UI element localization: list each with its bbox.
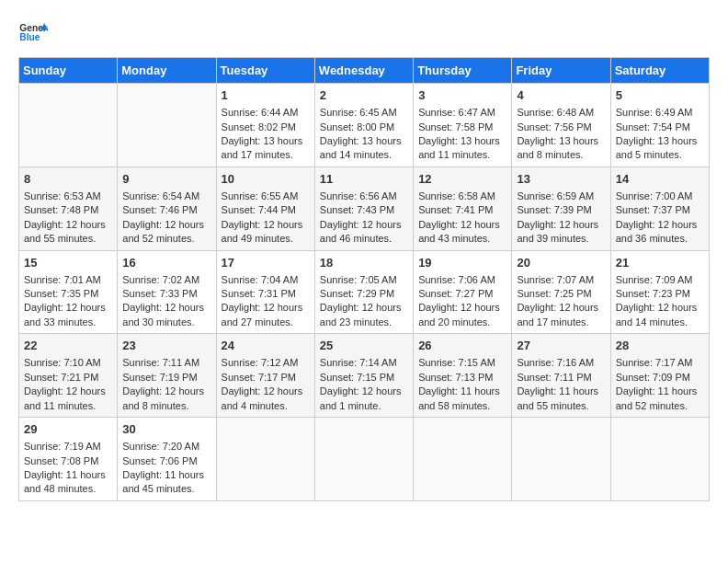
day-number: 23: [122, 338, 210, 354]
sunrise-text: Sunrise: 6:45 AM: [320, 107, 397, 118]
calendar-cell: 29Sunrise: 7:19 AMSunset: 7:08 PMDayligh…: [19, 418, 118, 501]
calendar-cell: 20Sunrise: 7:07 AMSunset: 7:25 PMDayligh…: [512, 250, 610, 334]
calendar-cell: 28Sunrise: 7:17 AMSunset: 7:09 PMDayligh…: [610, 334, 709, 418]
sunrise-text: Sunrise: 6:49 AM: [616, 107, 693, 118]
sunrise-text: Sunrise: 7:12 AM: [222, 357, 299, 368]
calendar-cell: 17Sunrise: 7:04 AMSunset: 7:31 PMDayligh…: [216, 250, 314, 334]
sunset-text: Sunset: 7:33 PM: [122, 288, 197, 299]
sunset-text: Sunset: 7:31 PM: [222, 288, 296, 299]
day-number: 18: [320, 255, 408, 271]
sunrise-text: Sunrise: 7:07 AM: [517, 274, 594, 285]
sunset-text: Sunset: 7:54 PM: [616, 121, 690, 132]
daylight-text: Daylight: 12 hours and 11 minutes.: [24, 385, 106, 410]
day-number: 1: [222, 87, 310, 104]
daylight-text: Daylight: 12 hours and 1 minute.: [320, 385, 402, 410]
daylight-text: Daylight: 12 hours and 46 minutes.: [320, 219, 402, 244]
weekday-header-thursday: Thursday: [414, 58, 512, 84]
day-number: 14: [616, 171, 704, 188]
sunrise-text: Sunrise: 7:19 AM: [24, 441, 101, 452]
day-number: 26: [418, 338, 506, 354]
calendar-cell: 1Sunrise: 6:44 AMSunset: 8:02 PMDaylight…: [216, 84, 314, 167]
daylight-text: Daylight: 12 hours and 30 minutes.: [122, 302, 204, 327]
calendar-cell: [414, 418, 512, 501]
page-header: General Blue: [18, 18, 710, 48]
daylight-text: Daylight: 12 hours and 55 minutes.: [24, 219, 106, 244]
calendar-cell: 11Sunrise: 6:56 AMSunset: 7:43 PMDayligh…: [314, 167, 413, 250]
day-number: 10: [222, 171, 310, 188]
sunset-text: Sunset: 7:23 PM: [616, 288, 690, 299]
sunset-text: Sunset: 7:17 PM: [222, 372, 296, 383]
sunset-text: Sunset: 7:21 PM: [24, 372, 98, 383]
daylight-text: Daylight: 12 hours and 49 minutes.: [222, 219, 303, 244]
day-number: 21: [616, 255, 704, 271]
daylight-text: Daylight: 11 hours and 45 minutes.: [122, 469, 204, 494]
calendar-cell: 25Sunrise: 7:14 AMSunset: 7:15 PMDayligh…: [314, 334, 413, 418]
daylight-text: Daylight: 12 hours and 27 minutes.: [222, 302, 303, 327]
sunrise-text: Sunrise: 7:09 AM: [616, 274, 693, 285]
sunrise-text: Sunrise: 6:44 AM: [222, 107, 299, 118]
logo: General Blue: [18, 18, 48, 48]
calendar-cell: [118, 84, 216, 167]
calendar-cell: 30Sunrise: 7:20 AMSunset: 7:06 PMDayligh…: [118, 418, 216, 501]
sunset-text: Sunset: 7:09 PM: [616, 372, 690, 383]
daylight-text: Daylight: 12 hours and 14 minutes.: [616, 302, 698, 327]
svg-text:Blue: Blue: [19, 32, 40, 42]
calendar-cell: 2Sunrise: 6:45 AMSunset: 8:00 PMDaylight…: [314, 84, 413, 167]
daylight-text: Daylight: 12 hours and 39 minutes.: [517, 219, 598, 244]
sunrise-text: Sunrise: 7:17 AM: [616, 357, 693, 368]
calendar-cell: [610, 418, 709, 501]
calendar-cell: 26Sunrise: 7:15 AMSunset: 7:13 PMDayligh…: [414, 334, 512, 418]
calendar-cell: 24Sunrise: 7:12 AMSunset: 7:17 PMDayligh…: [216, 334, 314, 418]
daylight-text: Daylight: 12 hours and 20 minutes.: [418, 302, 500, 327]
calendar-cell: [512, 418, 610, 501]
daylight-text: Daylight: 12 hours and 43 minutes.: [418, 219, 500, 244]
weekday-header-monday: Monday: [118, 58, 216, 84]
calendar-cell: 9Sunrise: 6:54 AMSunset: 7:46 PMDaylight…: [118, 167, 216, 250]
calendar-cell: 8Sunrise: 6:53 AMSunset: 7:48 PMDaylight…: [19, 167, 118, 250]
sunset-text: Sunset: 7:58 PM: [418, 121, 493, 132]
sunset-text: Sunset: 7:37 PM: [616, 204, 690, 215]
day-number: 16: [122, 255, 210, 271]
day-number: 8: [24, 171, 112, 188]
sunset-text: Sunset: 7:08 PM: [24, 455, 98, 466]
daylight-text: Daylight: 12 hours and 8 minutes.: [122, 385, 204, 410]
calendar-cell: [314, 418, 413, 501]
sunrise-text: Sunrise: 6:59 AM: [517, 190, 594, 201]
daylight-text: Daylight: 11 hours and 58 minutes.: [418, 385, 500, 410]
sunset-text: Sunset: 7:39 PM: [517, 204, 591, 215]
day-number: 13: [517, 171, 605, 188]
daylight-text: Daylight: 12 hours and 23 minutes.: [320, 302, 402, 327]
sunset-text: Sunset: 7:06 PM: [122, 455, 197, 466]
day-number: 22: [24, 338, 112, 354]
day-number: 27: [517, 338, 605, 354]
day-number: 3: [418, 87, 506, 104]
day-number: 2: [320, 87, 408, 104]
sunrise-text: Sunrise: 7:00 AM: [616, 190, 693, 201]
calendar-cell: 27Sunrise: 7:16 AMSunset: 7:11 PMDayligh…: [512, 334, 610, 418]
calendar-cell: 5Sunrise: 6:49 AMSunset: 7:54 PMDaylight…: [610, 84, 709, 167]
sunrise-text: Sunrise: 6:55 AM: [222, 190, 299, 201]
sunset-text: Sunset: 7:27 PM: [418, 288, 493, 299]
calendar-cell: 22Sunrise: 7:10 AMSunset: 7:21 PMDayligh…: [19, 334, 118, 418]
sunset-text: Sunset: 8:00 PM: [320, 121, 394, 132]
sunrise-text: Sunrise: 6:54 AM: [122, 190, 199, 201]
daylight-text: Daylight: 13 hours and 14 minutes.: [320, 135, 402, 160]
sunrise-text: Sunrise: 7:02 AM: [122, 274, 199, 285]
day-number: 29: [24, 421, 112, 438]
weekday-header-tuesday: Tuesday: [216, 58, 314, 84]
daylight-text: Daylight: 13 hours and 8 minutes.: [517, 135, 598, 160]
sunset-text: Sunset: 7:25 PM: [517, 288, 591, 299]
calendar-cell: 16Sunrise: 7:02 AMSunset: 7:33 PMDayligh…: [118, 250, 216, 334]
day-number: 9: [122, 171, 210, 188]
weekday-header-sunday: Sunday: [19, 58, 118, 84]
day-number: 19: [418, 255, 506, 271]
day-number: 25: [320, 338, 408, 354]
sunrise-text: Sunrise: 6:53 AM: [24, 190, 101, 201]
sunrise-text: Sunrise: 7:06 AM: [418, 274, 495, 285]
sunrise-text: Sunrise: 7:04 AM: [222, 274, 299, 285]
day-number: 15: [24, 255, 112, 271]
weekday-header-friday: Friday: [512, 58, 610, 84]
calendar-cell: 4Sunrise: 6:48 AMSunset: 7:56 PMDaylight…: [512, 84, 610, 167]
sunset-text: Sunset: 7:35 PM: [24, 288, 98, 299]
calendar-cell: 3Sunrise: 6:47 AMSunset: 7:58 PMDaylight…: [414, 84, 512, 167]
